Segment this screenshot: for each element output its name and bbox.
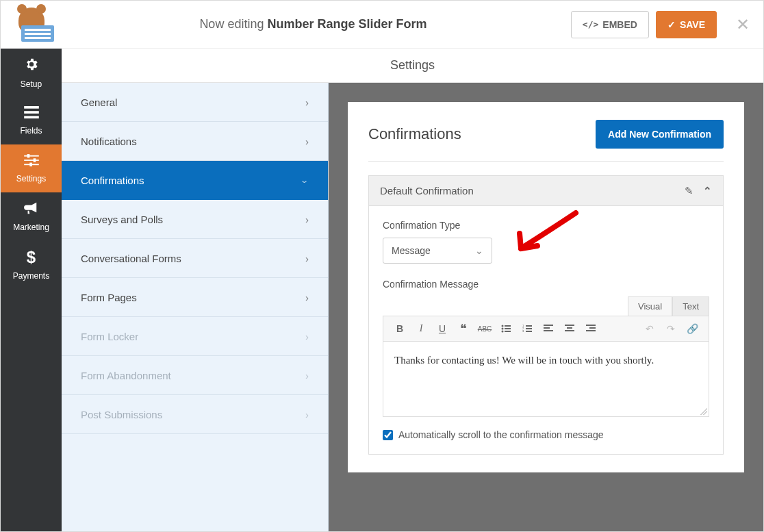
link-icon[interactable]: 🔗	[683, 319, 702, 338]
settings-item-form-pages[interactable]: Form Pages ›	[62, 278, 328, 317]
redo-icon[interactable]: ↷	[661, 319, 680, 338]
bullhorn-icon	[24, 201, 39, 218]
tab-text[interactable]: Text	[672, 296, 709, 316]
svg-rect-24	[565, 325, 574, 326]
sidebar-item-label: Payments	[13, 271, 49, 281]
save-button[interactable]: ✓ SAVE	[656, 11, 717, 38]
settings-item-label: General	[81, 97, 117, 108]
sidebar-item-label: Settings	[16, 174, 46, 183]
svg-rect-12	[505, 328, 511, 329]
content-heading: Confirmations	[368, 125, 461, 143]
chevron-right-icon: ›	[305, 370, 309, 381]
svg-rect-25	[567, 327, 572, 329]
settings-item-conversational[interactable]: Conversational Forms ›	[62, 239, 328, 278]
align-right-icon[interactable]	[581, 319, 600, 338]
quote-icon[interactable]: ❝	[454, 319, 473, 338]
edit-icon[interactable]: ✎	[685, 185, 693, 197]
close-icon[interactable]: ✕	[736, 15, 750, 34]
chevron-right-icon: ›	[305, 331, 309, 342]
italic-icon[interactable]: I	[411, 319, 431, 338]
editor-tabs: Visual Text	[383, 296, 709, 316]
settings-item-label: Notifications	[81, 136, 137, 147]
svg-rect-14	[505, 331, 511, 332]
header-actions: </> EMBED ✓ SAVE ✕	[571, 11, 750, 38]
align-left-icon[interactable]	[539, 319, 558, 338]
numbered-list-icon[interactable]: 123	[518, 319, 537, 338]
content-header: Confirmations Add New Confirmation	[368, 120, 724, 162]
list-icon	[24, 106, 39, 122]
settings-item-general[interactable]: General ›	[62, 83, 328, 122]
sliders-icon	[24, 154, 39, 170]
sidebar-item-setup[interactable]: Setup	[1, 49, 62, 97]
svg-rect-18	[526, 328, 532, 329]
svg-rect-22	[544, 327, 550, 329]
settings-title-bar: Settings	[62, 49, 763, 83]
svg-rect-21	[544, 325, 553, 326]
chevron-right-icon: ›	[305, 409, 309, 420]
confirmation-box: Default Confirmation ✎ ⌃ Confirmation Ty…	[368, 175, 724, 455]
dollar-icon: $	[27, 248, 36, 267]
svg-rect-0	[24, 106, 39, 109]
svg-rect-6	[33, 158, 36, 162]
confirmation-header-actions: ✎ ⌃	[685, 185, 712, 197]
settings-panel: General › Notifications › Confirmations …	[62, 83, 329, 531]
editor-content[interactable]: Thanks for contacting us! We will be in …	[383, 342, 709, 417]
chevron-down-icon: ⌄	[300, 176, 309, 185]
svg-rect-8	[29, 162, 32, 166]
tab-visual[interactable]: Visual	[628, 296, 672, 316]
chevron-right-icon: ›	[305, 253, 309, 264]
add-confirmation-button[interactable]: Add New Confirmation	[596, 120, 724, 149]
svg-rect-26	[565, 330, 574, 331]
settings-item-label: Conversational Forms	[81, 253, 181, 264]
embed-button[interactable]: </> EMBED	[571, 11, 649, 38]
strikethrough-icon[interactable]: ABC	[475, 319, 494, 338]
settings-item-form-locker[interactable]: Form Locker ›	[62, 317, 328, 356]
page-title: Now editing Number Range Slider Form	[55, 17, 571, 31]
align-center-icon[interactable]	[560, 319, 579, 338]
settings-item-label: Post Submissions	[81, 409, 162, 420]
sidebar-item-label: Fields	[20, 126, 42, 136]
auto-scroll-checkbox[interactable]	[383, 430, 393, 440]
svg-point-11	[502, 328, 504, 330]
svg-point-13	[502, 331, 504, 333]
code-icon: </>	[583, 19, 598, 29]
svg-rect-23	[544, 330, 553, 331]
underline-icon[interactable]: U	[433, 319, 452, 338]
undo-icon[interactable]: ↶	[640, 319, 659, 338]
collapse-icon[interactable]: ⌃	[703, 185, 712, 197]
bullet-list-icon[interactable]	[496, 319, 515, 338]
chevron-down-icon: ⌄	[475, 245, 483, 256]
settings-item-notifications[interactable]: Notifications ›	[62, 122, 328, 161]
app-logo	[14, 8, 55, 42]
svg-rect-27	[586, 325, 596, 326]
svg-rect-5	[24, 160, 39, 161]
gear-icon	[24, 57, 39, 75]
auto-scroll-checkbox-row[interactable]: Automatically scroll to the confirmation…	[383, 429, 709, 440]
settings-item-post-submissions[interactable]: Post Submissions ›	[62, 395, 328, 434]
chevron-right-icon: ›	[305, 97, 309, 108]
confirmation-type-label: Confirmation Type	[383, 220, 709, 231]
sidebar: Setup Fields Settings Marketing $ Paymen…	[1, 49, 62, 531]
settings-item-form-abandonment[interactable]: Form Abandonment ›	[62, 356, 328, 395]
svg-rect-29	[586, 330, 596, 331]
chevron-right-icon: ›	[305, 136, 309, 147]
sidebar-item-settings[interactable]: Settings	[1, 144, 62, 192]
svg-rect-1	[24, 111, 39, 114]
confirmation-type-select[interactable]: Message ⌄	[383, 238, 492, 264]
sidebar-item-label: Marketing	[13, 223, 49, 232]
settings-item-label: Form Locker	[81, 331, 138, 342]
settings-item-confirmations[interactable]: Confirmations ⌄	[62, 161, 328, 200]
bold-icon[interactable]: B	[390, 319, 409, 338]
svg-rect-20	[526, 331, 532, 332]
settings-item-surveys[interactable]: Surveys and Polls ›	[62, 200, 328, 239]
top-header: Now editing Number Range Slider Form </>…	[1, 1, 763, 49]
sidebar-item-fields[interactable]: Fields	[1, 97, 62, 144]
chevron-right-icon: ›	[305, 292, 309, 303]
settings-item-label: Surveys and Polls	[81, 214, 163, 225]
svg-rect-3	[24, 155, 39, 156]
sidebar-item-payments[interactable]: $ Payments	[1, 240, 62, 288]
svg-text:3: 3	[522, 329, 524, 333]
confirmation-header[interactable]: Default Confirmation ✎ ⌃	[369, 176, 723, 206]
svg-rect-28	[589, 327, 596, 329]
sidebar-item-marketing[interactable]: Marketing	[1, 192, 62, 240]
